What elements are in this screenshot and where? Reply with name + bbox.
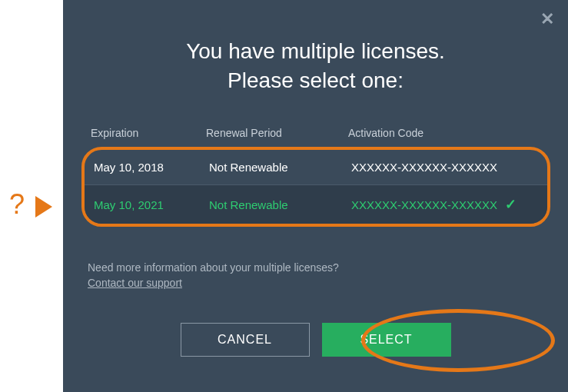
license-row-selected[interactable]: May 10, 2021 Not Renewable XXXXXX-XXXXXX… [85,184,547,224]
cancel-button[interactable]: CANCEL [181,323,310,357]
contact-support-link[interactable]: Contact our support [88,277,182,289]
license-table: Expiration Renewal Period Activation Cod… [81,127,550,227]
cell-expiration: May 10, 2018 [94,161,209,174]
cell-renewal: Not Renewable [209,161,351,174]
title-line-2: Please select one: [228,68,404,92]
table-body-highlight: May 10, 2018 Not Renewable XXXXXX-XXXXXX… [81,147,550,227]
col-header-expiration: Expiration [91,127,206,139]
help-footer: Need more information about your multipl… [88,261,339,289]
check-icon: ✓ [505,197,517,212]
table-header: Expiration Renewal Period Activation Cod… [81,127,550,147]
annotation-arrow-icon [35,196,52,218]
cell-expiration: May 10, 2021 [94,198,209,211]
close-icon[interactable]: ✕ [540,11,554,28]
col-header-renewal: Renewal Period [206,127,348,139]
license-dialog: ✕ You have multiple licenses. Please sel… [63,0,568,392]
title-line-1: You have multiple licenses. [186,39,445,63]
annotation-question-mark: ? [9,188,25,221]
license-row[interactable]: May 10, 2018 Not Renewable XXXXXX-XXXXXX… [85,150,547,184]
cell-activation: XXXXXX-XXXXXX-XXXXXX ✓ [351,196,538,213]
help-text: Need more information about your multipl… [88,261,339,274]
select-button[interactable]: SELECT [322,323,451,357]
col-header-activation: Activation Code [348,127,541,139]
dialog-title: You have multiple licenses. Please selec… [63,37,568,95]
cell-renewal: Not Renewable [209,198,351,211]
cell-activation: XXXXXX-XXXXXX-XXXXXX [351,161,538,174]
button-bar: CANCEL SELECT [63,323,568,357]
